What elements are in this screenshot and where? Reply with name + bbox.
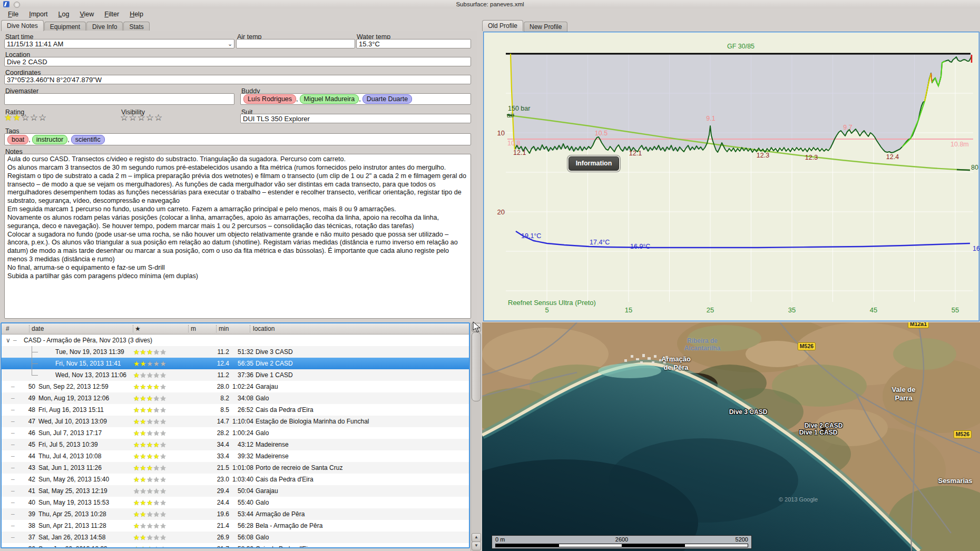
star-icon: ★ — [140, 406, 147, 414]
star-icon: ☆ — [38, 112, 47, 123]
star-icon: ★ — [146, 545, 153, 548]
dive-row[interactable]: 48Fri, Aug 16, 2013 15:11★★★★★8.526:52Ca… — [2, 404, 469, 416]
tag-pill[interactable]: instructor — [32, 135, 67, 144]
tab-dive-notes[interactable]: Dive Notes — [1, 20, 44, 31]
buddy-pill[interactable]: Duarte Duarte — [362, 94, 413, 104]
dive-rating: ★★★★★ — [133, 382, 178, 391]
coordinates-input[interactable] — [4, 75, 471, 84]
star-icon: ★ — [140, 498, 147, 507]
dive-row[interactable]: Tue, Nov 19, 2013 11:39★★★★★11.251:32Div… — [2, 346, 469, 358]
chart-label-yaxis: 10 — [497, 129, 505, 137]
column-separator[interactable] — [29, 325, 30, 332]
column-header-date[interactable]: date — [32, 325, 44, 332]
dive-row[interactable]: 41Sat, May 25, 2013 12:19★★★★★29.450:04G… — [2, 485, 469, 497]
dive-profile-chart[interactable]: GF 30/851020150 barair8010.810.8m12.110.… — [483, 32, 979, 321]
buddy-pill[interactable]: Miguel Madureira — [300, 94, 359, 104]
road-badge[interactable]: M526 — [954, 430, 972, 438]
dive-location: Garajau — [253, 383, 469, 390]
dive-row[interactable]: 47Wed, Jul 10, 2013 13:09★★★★★14.71:10:0… — [2, 416, 469, 427]
dive-row[interactable]: 36Sun, Jan 20, 2013 12:33★★★★★21.758:36C… — [2, 543, 469, 548]
collapse-icon[interactable]: ∨ — [6, 334, 11, 346]
tag-pill[interactable]: boat — [7, 135, 28, 144]
water-temp-input[interactable] — [356, 39, 471, 48]
tab-new-profile[interactable]: New Profile — [524, 22, 567, 32]
column-header-stars[interactable]: ★ — [135, 325, 141, 332]
notes-textarea[interactable]: Aula do curso CASD. Transectos c/video e… — [4, 154, 471, 319]
menu-log[interactable]: Log — [54, 9, 74, 19]
star-icon: ★ — [153, 417, 160, 426]
start-time-input[interactable] — [4, 39, 234, 48]
chart-label-temp: 16 — [973, 245, 980, 252]
scale-max: 5200 — [736, 536, 748, 543]
location-input[interactable] — [4, 57, 471, 66]
buddy-pill-separator: , — [359, 95, 360, 103]
column-separator[interactable] — [133, 325, 133, 332]
scroll-up-button-2[interactable]: ▲ — [472, 533, 481, 542]
column-header-m[interactable]: m — [191, 325, 196, 332]
menu-file[interactable]: File — [3, 9, 23, 19]
star-icon: ★ — [146, 429, 153, 437]
dive-row[interactable]: 38Sun, Apr 21, 2013 11:28★★★★★21.456:28B… — [2, 520, 469, 532]
column-header-min[interactable]: min — [219, 325, 229, 332]
star-icon: ★ — [146, 487, 153, 495]
menu-view[interactable]: View — [75, 9, 99, 19]
dive-rating: ★★★★★ — [133, 394, 178, 402]
buddy-pill[interactable]: Luís Rodrigues — [243, 94, 296, 104]
dive-row[interactable]: 39Thu, Apr 25, 2013 10:28★★★★★19.653:44A… — [2, 508, 469, 520]
scroll-thumb[interactable] — [472, 332, 481, 401]
visibility-stars[interactable]: ☆☆☆☆☆ — [120, 112, 163, 123]
map-place-label: Parra — [895, 394, 912, 402]
vertical-scrollbar[interactable]: ▲ ▲ ▼ — [471, 322, 481, 551]
column-separator[interactable] — [188, 325, 189, 332]
dive-row[interactable]: 46Sun, Jul 7, 2013 17:17★★★★★28.21:00:24… — [2, 427, 469, 439]
dive-row[interactable]: 49Mon, Aug 19, 2013 12:06★★★★★8.234:08Ga… — [2, 392, 469, 404]
dive-row[interactable]: 37Sat, Jan 26, 2013 14:58★★★★★26.956:08G… — [2, 532, 469, 543]
menu-filter[interactable]: Filter — [100, 9, 124, 19]
road-badge[interactable]: M12a1 — [908, 322, 929, 328]
dive-row[interactable]: 42Sun, May 26, 2013 15:40★★★★★23.01:03:4… — [2, 474, 469, 485]
menu-import[interactable]: Import — [24, 9, 52, 19]
dive-duration: 1:00:24 — [229, 429, 253, 437]
dive-row[interactable]: 50Sun, Sep 22, 2013 12:59★★★★★28.01:02:2… — [2, 381, 469, 392]
dive-list-header[interactable]: #date★mminlocation — [2, 323, 469, 334]
mouse-cursor-icon — [473, 321, 481, 333]
map-place-label: Vale de — [892, 386, 916, 393]
menu-help[interactable]: Help — [125, 9, 148, 19]
dive-row[interactable]: 43Sat, Jun 1, 2013 11:26★★★★★21.51:01:08… — [2, 462, 469, 474]
star-icon: ★ — [146, 417, 153, 426]
dive-location: Cais da Pedra d'Eira — [253, 406, 469, 414]
tags-input[interactable]: boat,instructor,scientific — [4, 133, 471, 145]
dive-row[interactable]: Fri, Nov 15, 2013 11:41★★★★★12.456:35Div… — [2, 358, 469, 369]
column-header-location[interactable]: location — [253, 325, 275, 332]
divemaster-input[interactable] — [4, 93, 234, 105]
dive-depth: 14.7 — [178, 418, 229, 425]
dive-trip-row[interactable]: ∨–CASD - Armação de Pêra, Nov 2013 (3 di… — [2, 334, 469, 346]
rating-stars[interactable]: ★★☆☆☆ — [4, 112, 47, 123]
dive-row[interactable]: 45Fri, Jul 5, 2013 10:39★★★★★34.443:12Ma… — [2, 439, 469, 450]
chevron-down-icon[interactable]: ⌄ — [228, 41, 232, 47]
column-separator[interactable] — [216, 325, 217, 332]
buddy-input[interactable]: Luís Rodrigues,Miguel Madureira,Duarte D… — [240, 93, 471, 105]
star-icon: ★ — [140, 464, 147, 472]
information-button[interactable]: Information — [569, 156, 619, 171]
suit-input[interactable] — [240, 114, 471, 123]
star-icon: ★ — [160, 371, 166, 379]
dive-number: 37 — [2, 534, 35, 541]
star-icon: ★ — [146, 475, 153, 484]
dive-date: Fri, Aug 16, 2013 15:11 — [38, 406, 133, 414]
column-separator[interactable] — [250, 325, 250, 332]
road-badge[interactable]: M526 — [798, 342, 816, 350]
scroll-down-button[interactable]: ▼ — [472, 542, 481, 550]
air-temp-input[interactable] — [236, 39, 355, 48]
tag-pill[interactable]: scientific — [71, 135, 105, 144]
dive-date: Wed, Jul 10, 2013 13:09 — [38, 418, 133, 425]
column-header-num[interactable]: # — [6, 325, 9, 332]
dive-depth: 11.2 — [178, 371, 229, 379]
dive-rating: ★★★★★ — [133, 510, 178, 518]
dive-row[interactable]: Wed, Nov 13, 2013 11:06★★★★★11.237:36Div… — [2, 369, 469, 381]
tab-old-profile[interactable]: Old Profile — [482, 20, 523, 31]
dive-site-map[interactable]: Ribeira deAlcantarilhaArmaçãode PêraVale… — [482, 322, 980, 551]
tree-connector — [32, 369, 42, 381]
dive-row[interactable]: 44Thu, Jul 4, 2013 10:08★★★★★33.439:32Ma… — [2, 450, 469, 462]
dive-row[interactable]: 40Sun, May 19, 2013 15:53★★★★★24.455:40G… — [2, 497, 469, 508]
